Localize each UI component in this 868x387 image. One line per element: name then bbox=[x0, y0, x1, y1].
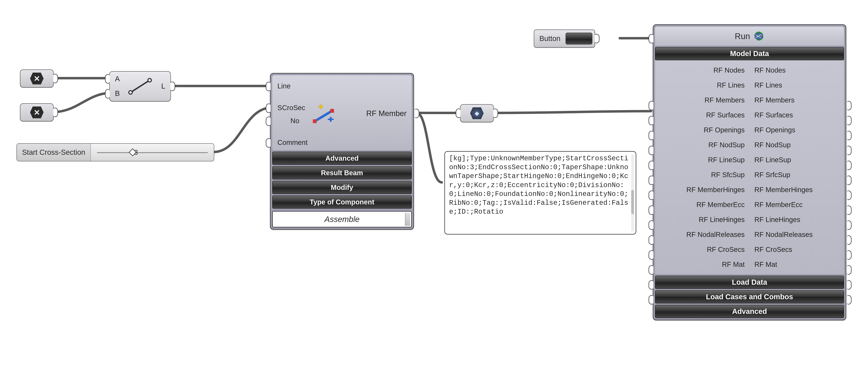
model-data-row: RF LineHingesRF LineHinges bbox=[655, 212, 844, 227]
input-b-grip[interactable] bbox=[105, 89, 110, 98]
row-output-grip[interactable] bbox=[847, 116, 851, 125]
row-input-label: RF Mat bbox=[655, 261, 750, 268]
textpanel-content: [kg];Type:UnknownMemberType;StartCrossSe… bbox=[449, 155, 628, 216]
model-data-row: RF LinesRF Lines bbox=[655, 78, 844, 93]
input-scrosec-grip[interactable] bbox=[266, 103, 271, 113]
row-input-label: RF LineSup bbox=[655, 156, 750, 164]
input-comment-label: Comment bbox=[277, 139, 307, 146]
row-output-grip[interactable] bbox=[847, 176, 851, 185]
section-load-data[interactable]: Load Data bbox=[655, 276, 844, 289]
row-output-grip[interactable] bbox=[847, 190, 851, 200]
row-input-label: RF MemberHinges bbox=[655, 186, 750, 194]
run-title: Run bbox=[735, 31, 750, 41]
row-input-grip[interactable] bbox=[649, 206, 653, 215]
row-input-grip[interactable] bbox=[649, 101, 653, 110]
output-member-label: RF Member bbox=[366, 109, 407, 118]
button-key[interactable] bbox=[566, 33, 592, 44]
point-a-param[interactable]: ✕ bbox=[20, 69, 54, 88]
output-l-grip[interactable] bbox=[170, 82, 175, 91]
row-output-grip[interactable] bbox=[847, 280, 851, 290]
textpanel-input-grip[interactable] bbox=[444, 178, 445, 187]
row-output-grip[interactable] bbox=[847, 206, 851, 215]
slider-track[interactable]: 3 bbox=[91, 144, 214, 161]
input-no-grip[interactable] bbox=[266, 117, 271, 126]
input-scrosec-label: SCroSec bbox=[277, 104, 305, 112]
row-output-label: RF MemberHinges bbox=[750, 186, 844, 194]
row-input-grip[interactable] bbox=[649, 116, 653, 125]
x-icon: ✕ bbox=[30, 107, 43, 118]
row-input-label: RF Lines bbox=[655, 81, 750, 89]
member-icon bbox=[312, 108, 335, 124]
row-input-grip[interactable] bbox=[649, 250, 653, 260]
row-output-grip[interactable] bbox=[847, 295, 851, 304]
line-component[interactable]: A B L bbox=[110, 71, 171, 101]
run-component[interactable]: Run Model Data RF NodesRF NodesRF LinesR… bbox=[653, 24, 846, 320]
output-member-grip[interactable] bbox=[414, 109, 419, 118]
scrollbar-thumb[interactable] bbox=[631, 190, 634, 214]
bar-type-of-comp[interactable]: Type of Component bbox=[272, 196, 412, 209]
row-output-label: RF CroSecs bbox=[750, 246, 844, 254]
row-input-grip[interactable] bbox=[649, 235, 653, 245]
row-input-label: RF Openings bbox=[655, 126, 750, 134]
input-a-label: A bbox=[115, 75, 120, 83]
row-input-grip[interactable] bbox=[649, 265, 653, 275]
input-comment-grip[interactable] bbox=[266, 138, 271, 148]
slider-output-grip[interactable] bbox=[214, 148, 214, 157]
output-l-label: L bbox=[161, 82, 165, 90]
button-output-grip[interactable] bbox=[595, 34, 599, 43]
assemble-button[interactable]: Assemble bbox=[272, 211, 412, 227]
bar-modify[interactable]: Modify bbox=[272, 181, 412, 194]
row-output-grip[interactable] bbox=[847, 161, 851, 170]
button-component[interactable]: Button bbox=[534, 30, 595, 48]
row-output-grip[interactable] bbox=[847, 146, 851, 155]
run-input-grip[interactable] bbox=[649, 34, 653, 43]
row-input-grip[interactable] bbox=[649, 176, 653, 185]
row-input-grip[interactable] bbox=[649, 131, 653, 140]
section-advanced[interactable]: Advanced bbox=[655, 305, 844, 318]
relay-output-grip[interactable] bbox=[493, 109, 498, 118]
section-load-cases[interactable]: Load Cases and Combos bbox=[655, 290, 844, 303]
text-panel[interactable]: [kg];Type:UnknownMemberType;StartCrossSe… bbox=[444, 151, 636, 235]
output-grip[interactable] bbox=[53, 74, 58, 83]
row-input-label: RF Surfaces bbox=[655, 111, 750, 119]
row-input-grip[interactable] bbox=[649, 190, 653, 200]
row-output-grip[interactable] bbox=[847, 101, 851, 110]
row-input-grip[interactable] bbox=[649, 280, 653, 290]
input-line-grip[interactable] bbox=[266, 82, 271, 91]
rf-member-component[interactable]: Line SCroSec No Comment RF Member ✦ Adva… bbox=[270, 73, 414, 230]
row-output-label: RF Members bbox=[750, 96, 844, 104]
slider-label: Start Cross-Section bbox=[17, 144, 91, 161]
row-output-grip[interactable] bbox=[847, 235, 851, 245]
row-input-grip[interactable] bbox=[649, 146, 653, 155]
point-b-param[interactable]: ✕ bbox=[20, 103, 54, 121]
svg-rect-5 bbox=[330, 109, 334, 113]
row-input-label: RF NodSup bbox=[655, 141, 750, 149]
x-icon: ✕ bbox=[30, 72, 43, 84]
model-data-row: RF NodesRF Nodes bbox=[655, 63, 844, 78]
relay-input-grip[interactable] bbox=[456, 109, 460, 118]
row-output-label: RF Openings bbox=[750, 126, 844, 134]
model-data-row: RF SurfacesRF Surfaces bbox=[655, 108, 844, 122]
model-data-row: RF MemberHingesRF MemberHinges bbox=[655, 182, 844, 197]
output-grip[interactable] bbox=[53, 108, 58, 117]
row-input-grip[interactable] bbox=[649, 161, 653, 170]
row-output-grip[interactable] bbox=[847, 250, 851, 260]
row-output-label: RF LineSup bbox=[750, 156, 844, 164]
input-a-grip[interactable] bbox=[105, 74, 110, 84]
row-output-label: RF SrfcSup bbox=[750, 171, 844, 179]
svg-rect-7 bbox=[330, 117, 332, 122]
relay-data-param[interactable]: ◆ bbox=[460, 104, 494, 122]
start-cross-section-slider[interactable]: Start Cross-Section 3 bbox=[17, 143, 214, 161]
bar-advanced[interactable]: Advanced bbox=[272, 152, 412, 165]
row-input-grip[interactable] bbox=[649, 295, 653, 304]
model-data-row: RF SfcSupRF SrfcSup bbox=[655, 167, 844, 182]
section-model-data[interactable]: Model Data bbox=[655, 47, 844, 60]
row-output-grip[interactable] bbox=[847, 265, 851, 275]
row-output-label: RF Surfaces bbox=[750, 111, 844, 119]
row-output-grip[interactable] bbox=[847, 220, 851, 230]
model-data-row: RF CroSecsRF CroSecs bbox=[655, 242, 844, 257]
row-output-grip[interactable] bbox=[847, 131, 851, 140]
bar-result-beam[interactable]: Result Beam bbox=[272, 166, 412, 179]
row-input-label: RF Members bbox=[655, 96, 750, 104]
row-input-grip[interactable] bbox=[649, 220, 653, 230]
